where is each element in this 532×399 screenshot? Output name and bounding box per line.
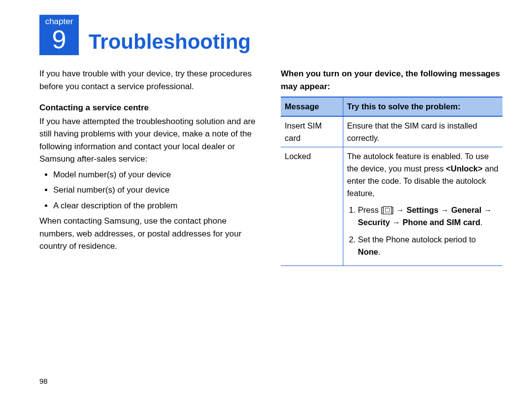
arrow: → — [390, 218, 403, 227]
msg-locked: Locked — [281, 147, 343, 266]
intro-text: If you have trouble with your device, tr… — [39, 67, 261, 93]
step2-none: None — [358, 247, 378, 256]
list-item: Model number(s) of your device — [53, 168, 261, 181]
messages-heading: When you turn on your device, the follow… — [281, 67, 502, 93]
chapter-number: 9 — [39, 27, 79, 55]
right-column: When you turn on your device, the follow… — [281, 67, 502, 266]
table-row: Insert SIM card Ensure that the SIM card… — [281, 116, 502, 147]
menu-icon: ☐ — [383, 206, 392, 214]
step1-general: General — [451, 205, 481, 214]
left-column: If you have trouble with your device, tr… — [39, 67, 261, 266]
step1-a: Press [ — [358, 205, 383, 214]
header-message: Message — [281, 97, 343, 116]
locked-steps: Press [☐] → Settings → General → Securit… — [347, 204, 499, 258]
table-header-row: Message Try this to solve the problem: — [281, 97, 502, 116]
table-row: Locked The autolock feature is enabled. … — [281, 147, 502, 266]
chapter-header: chapter 9 Troubleshooting — [39, 15, 502, 55]
step1-phone-sim: Phone and SIM card — [402, 218, 480, 227]
step1-b: ] → — [392, 205, 406, 214]
arrow: → — [481, 205, 492, 214]
list-item: Serial number(s) of your device — [53, 184, 261, 197]
sol-locked: The autolock feature is enabled. To use … — [343, 147, 502, 266]
chapter-box: chapter 9 — [39, 15, 79, 55]
list-item: A clear description of the problem — [53, 200, 261, 212]
sol-insert-sim: Ensure that the SIM card is installed co… — [343, 116, 502, 147]
chapter-title: Troubleshooting — [89, 32, 251, 55]
msg-insert-sim: Insert SIM card — [281, 116, 343, 147]
contact-para: When contacting Samsung, use the contact… — [39, 215, 261, 253]
dot: . — [378, 247, 381, 256]
step1-settings: Settings — [406, 205, 438, 214]
step-2: Set the Phone autolock period to None. — [358, 233, 499, 258]
messages-table: Message Try this to solve the problem: I… — [281, 97, 502, 266]
step1-security: Security — [358, 218, 390, 227]
header-solution: Try this to solve the problem: — [343, 97, 502, 116]
dot: . — [480, 218, 483, 227]
step2-a: Set the Phone autolock period to — [358, 235, 476, 244]
arrow: → — [438, 205, 451, 214]
service-centre-para: If you have attempted the troubleshootin… — [39, 115, 261, 166]
section-heading: Contacting a service centre — [39, 101, 261, 114]
unlock-bold: <Unlock> — [446, 164, 482, 173]
page-number: 98 — [39, 377, 48, 385]
step-1: Press [☐] → Settings → General → Securit… — [358, 204, 499, 229]
info-list: Model number(s) of your device Serial nu… — [39, 168, 261, 212]
